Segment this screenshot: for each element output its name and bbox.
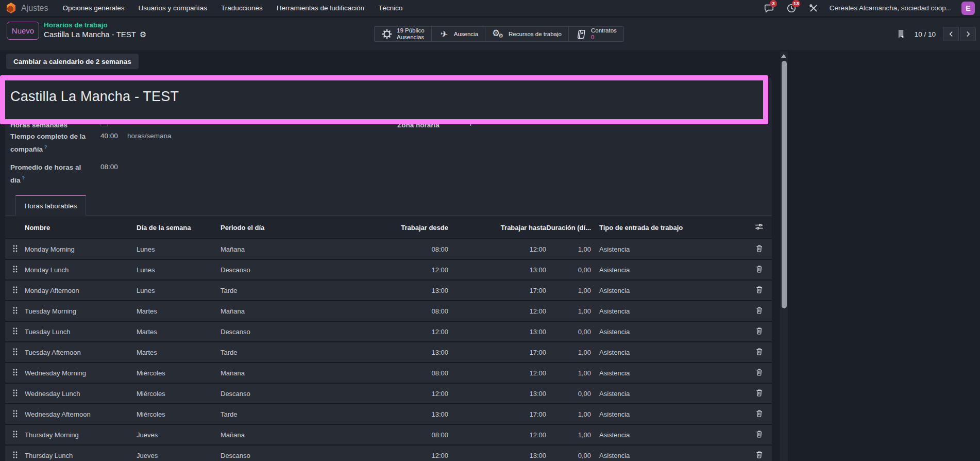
- column-settings-icon[interactable]: [755, 223, 764, 230]
- switch-calendar-button[interactable]: Cambiar a calendario de 2 semanas: [6, 54, 139, 69]
- user-avatar[interactable]: E: [961, 2, 975, 15]
- trash-icon[interactable]: [756, 430, 763, 438]
- trash-icon[interactable]: [756, 451, 763, 458]
- trash-icon[interactable]: [756, 306, 763, 314]
- settings-gear-icon[interactable]: ⚙: [140, 30, 146, 38]
- avg-hours-label: Promedio de horas al día?: [10, 162, 98, 186]
- cell-day: Lunes: [137, 279, 221, 300]
- cell-period: Tarde: [221, 341, 319, 362]
- cell-entry-type: Asistencia: [591, 321, 746, 341]
- cell-name: Tuesday Morning: [25, 300, 137, 321]
- nav-item-opciones-generales[interactable]: Opciones generales: [62, 4, 124, 12]
- cell-duration: 0,00: [546, 259, 591, 279]
- trash-icon[interactable]: [756, 265, 763, 273]
- row-handle-cell: [5, 362, 25, 383]
- drag-handle-icon[interactable]: [12, 409, 18, 418]
- scrollbar-thumb[interactable]: [782, 61, 787, 308]
- contracts-button[interactable]: Contratos 0: [569, 27, 623, 41]
- drag-handle-icon[interactable]: [12, 451, 18, 459]
- weekly-hours-checkbox[interactable]: [100, 119, 108, 126]
- table-row[interactable]: Monday Morning Lunes Mañana 08:00 12:00 …: [5, 238, 772, 259]
- breadcrumb-current-label: Castilla La Mancha - TEST: [44, 30, 136, 39]
- cell-duration: 1,00: [546, 300, 591, 321]
- cell-duration: 1,00: [546, 424, 591, 444]
- main-area: Cambiar a calendario de 2 semanas Castil…: [0, 52, 980, 461]
- cell-name: Monday Afternoon: [25, 279, 137, 300]
- drag-handle-icon[interactable]: [12, 348, 18, 356]
- table-row[interactable]: Tuesday Afternoon Martes Tarde 13:00 17:…: [5, 341, 772, 362]
- company-selector[interactable]: Cereales Alcamancha, sociedad coop...: [830, 4, 952, 12]
- drag-handle-icon[interactable]: [12, 368, 18, 376]
- navbar-right: 3 13 Cereales Alcamancha, sociedad coop.…: [763, 2, 980, 15]
- new-button[interactable]: Nuevo: [7, 22, 39, 40]
- table-row[interactable]: Thursday Morning Jueves Mañana 08:00 12:…: [5, 424, 772, 444]
- row-actions-cell: [746, 259, 772, 279]
- trash-icon[interactable]: [756, 389, 763, 397]
- cell-work-from: 13:00: [319, 279, 448, 300]
- trash-icon[interactable]: [756, 409, 763, 417]
- drag-handle-icon[interactable]: [12, 306, 18, 315]
- trash-icon[interactable]: [756, 348, 763, 355]
- cell-entry-type: Asistencia: [591, 300, 746, 321]
- work-hours-table: Nombre Día de la semana Periodo el día T…: [5, 217, 772, 461]
- nav-item-tecnico[interactable]: Técnico: [378, 4, 402, 12]
- trash-icon[interactable]: [756, 286, 763, 293]
- table-row[interactable]: Tuesday Morning Martes Mañana 08:00 12:0…: [5, 300, 772, 321]
- trash-icon[interactable]: [756, 368, 763, 376]
- app-logo-icon[interactable]: [6, 3, 16, 13]
- tab-horas-laborables[interactable]: Horas laborables: [15, 195, 86, 216]
- cell-work-to: 12:00: [448, 362, 546, 383]
- weekly-hours-label: Horas semanales?: [10, 118, 72, 130]
- cell-day: Lunes: [137, 259, 221, 279]
- help-icon[interactable]: ?: [22, 175, 25, 180]
- header-periodo: Periodo el día: [221, 217, 319, 238]
- bookmark-icon[interactable]: [895, 28, 907, 40]
- drag-handle-icon[interactable]: [12, 389, 18, 397]
- absence-button[interactable]: ✈ Ausencia: [432, 27, 485, 41]
- cell-period: Mañana: [221, 300, 319, 321]
- help-icon[interactable]: ?: [441, 120, 444, 125]
- cell-duration: 1,00: [546, 238, 591, 259]
- prev-page-button[interactable]: [943, 27, 959, 41]
- table-row[interactable]: Tuesday Lunch Martes Descanso 12:00 13:0…: [5, 321, 772, 341]
- breadcrumb-link-horarios[interactable]: Horarios de trabajo: [44, 21, 146, 29]
- cell-work-from: 12:00: [319, 259, 448, 279]
- vertical-scrollbar[interactable]: [780, 52, 788, 461]
- trash-icon[interactable]: [756, 327, 763, 335]
- cell-period: Descanso: [221, 444, 319, 461]
- cell-day: Lunes: [137, 238, 221, 259]
- table-row[interactable]: Wednesday Lunch Miércoles Descanso 12:00…: [5, 383, 772, 403]
- cell-period: Mañana: [221, 238, 319, 259]
- table-row[interactable]: Monday Lunch Lunes Descanso 12:00 13:00 …: [5, 259, 772, 279]
- cell-entry-type: Asistencia: [591, 279, 746, 300]
- nav-item-herramientas-ludificacion[interactable]: Herramientas de ludificación: [277, 4, 364, 12]
- table-row[interactable]: Thursday Lunch Jueves Descanso 12:00 13:…: [5, 444, 772, 461]
- cell-entry-type: Asistencia: [591, 238, 746, 259]
- nav-item-usuarios-companias[interactable]: Usuarios y compañías: [139, 4, 208, 12]
- row-handle-cell: [5, 238, 25, 259]
- row-actions-cell: [746, 403, 772, 424]
- drag-handle-icon[interactable]: [12, 430, 18, 438]
- table-row[interactable]: Monday Afternoon Lunes Tarde 13:00 17:00…: [5, 279, 772, 300]
- drag-handle-icon[interactable]: [12, 265, 18, 273]
- nav-item-traducciones[interactable]: Traducciones: [221, 4, 263, 12]
- table-row[interactable]: Wednesday Afternoon Miércoles Tarde 13:0…: [5, 403, 772, 424]
- chat-icon[interactable]: 3: [763, 2, 775, 14]
- row-actions-cell: [746, 279, 772, 300]
- public-absences-button[interactable]: 19 Público Ausencias: [375, 27, 432, 41]
- next-page-button[interactable]: [960, 27, 976, 41]
- help-icon[interactable]: ?: [69, 120, 72, 125]
- trash-icon[interactable]: [756, 244, 763, 252]
- work-resources-button[interactable]: ⚙ ⚙ Recursos de trabajo: [485, 27, 569, 41]
- cell-name: Thursday Lunch: [25, 444, 137, 461]
- drag-handle-icon[interactable]: [12, 286, 18, 294]
- history-clock-icon[interactable]: 13: [785, 2, 798, 14]
- drag-handle-icon[interactable]: [12, 327, 18, 335]
- drag-handle-icon[interactable]: [12, 244, 18, 253]
- tools-icon[interactable]: [807, 2, 820, 14]
- scrollbar-up-arrow[interactable]: [781, 54, 786, 58]
- cell-day: Miércoles: [137, 383, 221, 403]
- cell-day: Miércoles: [137, 362, 221, 383]
- table-row[interactable]: Wednesday Morning Miércoles Mañana 08:00…: [5, 362, 772, 383]
- help-icon[interactable]: ?: [44, 144, 47, 150]
